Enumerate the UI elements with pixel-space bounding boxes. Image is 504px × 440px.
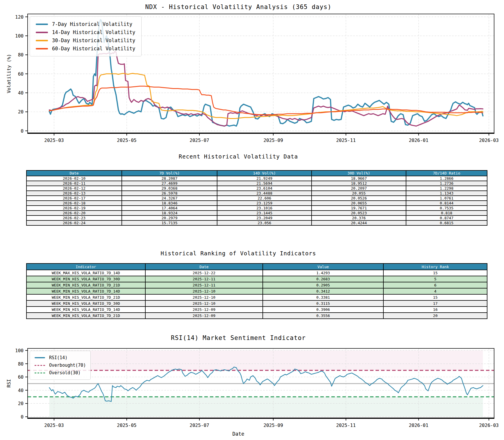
table-cell: 2025-12-09 — [145, 307, 263, 313]
recent-volatility-table: Date7D Vol(%)14D Vol(%)30D Vol(%)7D/14D … — [26, 170, 487, 226]
table-header-row: IndicatorDateValueHistory Rank — [26, 263, 487, 270]
table-cell: 2026-02-11 — [26, 181, 122, 186]
table-cell: 20.4244 — [312, 220, 406, 225]
table-cell: 0.7535 — [406, 206, 487, 211]
x-tick-label: 2025-11 — [336, 138, 355, 143]
legend-label: Oversold(30) — [49, 370, 81, 375]
table-row: WEEK_MIN_HIS_VOLA_RATIO_7D_14D2025-12-10… — [26, 288, 487, 294]
table-header-cell: 7D Vol(%) — [122, 170, 217, 176]
rsi-x-axis-label: Date — [0, 431, 477, 437]
table-header-row: Date7D Vol(%)14D Vol(%)30D Vol(%)7D/14D … — [26, 170, 487, 176]
volatility-report-page: NDX - Historical Volatility Analysis (36… — [0, 0, 504, 440]
x-tick-label: 2026-03 — [479, 138, 498, 143]
oversold-band — [49, 397, 483, 417]
table-row: 2026-02-2018.932423.144520.05230.818 — [26, 211, 487, 215]
table-cell: 24.3267 — [122, 196, 217, 201]
legend-item: 60-Day Historical Volatility — [36, 44, 135, 53]
table-cell: 1.0761 — [406, 196, 487, 201]
legend-label: 14-Day Historical Volatility — [52, 29, 135, 35]
rsi-y-axis-label: RSI — [6, 379, 12, 388]
table-cell: 2026-02-12 — [26, 186, 122, 191]
table-cell: 0.6815 — [406, 220, 487, 225]
table-cell: 20.055 — [312, 191, 406, 196]
legend-item: 14-Day Historical Volatility — [36, 28, 135, 36]
table-cell: 28.2087 — [122, 176, 217, 181]
table-row: WEEK_MIN_HIS_VOLA_RATIO_7D_21D2025-12-10… — [26, 294, 487, 300]
table-header-cell: 7D/14D Ratio — [406, 170, 487, 176]
legend-dashed-line-swatch — [35, 365, 45, 366]
table-cell: 2026-02-20 — [26, 211, 122, 215]
y-tick-label: 60 — [18, 71, 24, 77]
x-tick-label: 2025-09 — [263, 138, 283, 143]
table-cell: 4 — [383, 288, 487, 294]
table-cell: 19.7671 — [312, 206, 406, 211]
legend-label: 30-Day Historical Volatility — [52, 38, 135, 43]
table-cell: 18.9512 — [312, 181, 406, 186]
legend-item: Overbought(70) — [35, 361, 86, 369]
table-cell: 2025-12-11 — [145, 282, 263, 288]
table-cell: 20.0655 — [312, 201, 406, 206]
table-cell: 5 — [383, 276, 487, 282]
legend-line-swatch — [36, 48, 48, 49]
x-tick-label: 2025-05 — [117, 423, 136, 428]
table-row: 2026-02-1127.469921.569418.95121.2736 — [26, 181, 487, 186]
x-tick-label: 2025-05 — [117, 138, 136, 143]
volatility-legend: 7-Day Historical Volatility14-Day Histor… — [30, 16, 142, 56]
table-row: WEEK_MIN_HIS_VOLA_RATIO_7D_30D2025-12-11… — [26, 276, 487, 282]
table-cell: 2026-02-19 — [26, 206, 122, 211]
y-tick-label: 40 — [18, 90, 24, 96]
series-line-rsi-14- — [49, 367, 483, 402]
table-cell: 23.1259 — [217, 201, 312, 206]
table-cell: 0.2683 — [263, 276, 383, 282]
table-row: WEEK_MIN_HIS_VOLA_RATIO_7D_30D2025-12-10… — [26, 300, 487, 307]
table-row: 2026-02-1326.597823.448820.0551.1343 — [26, 191, 487, 196]
table-cell: 22.606 — [217, 196, 312, 201]
y-tick-label: 20 — [18, 401, 24, 406]
table-cell: 20.0523 — [312, 211, 406, 215]
table-row: WEEK_MIN_HIS_VOLA_RATIO_7D_21D2025-12-11… — [26, 282, 487, 288]
table-cell: 18.9667 — [312, 176, 406, 181]
x-tick-label: 2025-09 — [263, 423, 283, 428]
legend-line-swatch — [36, 40, 48, 41]
table-cell: 23.2049 — [217, 215, 312, 220]
table-row: 2026-02-2415.713523.05620.42440.6815 — [26, 220, 487, 225]
y-tick-label: 0 — [21, 414, 24, 420]
table-cell: 20 — [383, 313, 487, 319]
table-cell: 26.5978 — [122, 191, 217, 196]
table-cell: 0.3381 — [263, 294, 383, 300]
table-header-cell: Value — [263, 263, 383, 270]
table-cell: 1.2736 — [406, 181, 487, 186]
overbought-band — [49, 350, 483, 370]
table-row: WEEK_MIN_HIS_VOLA_RATIO_7D_21D2025-12-09… — [26, 313, 487, 319]
table-cell: 0.3412 — [263, 288, 383, 294]
y-tick-label: 120 — [15, 14, 24, 20]
table-cell: 2026-02-24 — [26, 220, 122, 225]
table-cell: WEEK_MIN_HIS_VOLA_RATIO_7D_30D — [26, 300, 145, 307]
table-cell: 20.0526 — [312, 196, 406, 201]
table-cell: 0.2905 — [263, 282, 383, 288]
table-header-cell: History Rank — [383, 263, 487, 270]
table-cell: 2026-02-17 — [26, 196, 122, 201]
x-tick-label: 2025-07 — [190, 423, 209, 428]
table-row: 2026-02-1917.406423.101619.76710.7535 — [26, 206, 487, 211]
table-cell: 15 — [383, 270, 487, 276]
table-cell: WEEK_MIN_HIS_VOLA_RATIO_7D_30D — [26, 276, 145, 282]
legend-label: 60-Day Historical Volatility — [52, 46, 135, 51]
table-cell: 2026-02-10 — [26, 176, 122, 181]
table-cell: 18.9324 — [122, 211, 217, 215]
table-cell: WEEK_MIN_HIS_VOLA_RATIO_7D_14D — [26, 288, 145, 294]
table-cell: 23.6104 — [217, 186, 312, 191]
table-header-cell: Date — [145, 263, 263, 270]
table-cell: 2025-12-11 — [145, 276, 263, 282]
x-tick-label: 2025-03 — [44, 423, 64, 428]
table-cell: 21.5694 — [217, 181, 312, 186]
x-tick-label: 2025-07 — [190, 138, 209, 143]
rsi-chart: 2025-032025-052025-072025-092025-112026-… — [0, 334, 504, 433]
table-cell: 1.2298 — [406, 186, 487, 191]
table-cell: 0.818 — [406, 211, 487, 215]
x-tick-label: 2026-03 — [479, 423, 498, 428]
table-row: 2026-02-1028.208721.924918.96671.2866 — [26, 176, 487, 181]
legend-line-swatch — [35, 357, 45, 358]
table-header-cell: 30D Vol(%) — [312, 170, 406, 176]
legend-dashed-line-swatch — [35, 373, 45, 373]
